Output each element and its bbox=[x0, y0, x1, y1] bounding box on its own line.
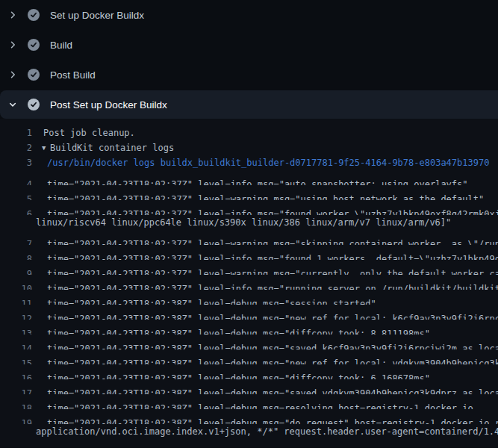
log-line: 9 time="2021-04-23T18:02:37Z" level=warn… bbox=[0, 260, 498, 275]
log-line: 8 time="2021-04-23T18:02:37Z" level=info… bbox=[0, 245, 498, 260]
log-line: 6 time="2021-04-23T18:02:37Z" level=info… bbox=[0, 200, 498, 215]
line-number[interactable]: 19 bbox=[0, 416, 32, 424]
log-text: time="2021-04-23T18:02:37Z" level=info m… bbox=[47, 207, 498, 215]
log-line: 1 Post job cleanup. bbox=[0, 125, 498, 140]
line-number[interactable]: 20 bbox=[0, 446, 32, 447]
chevron-right-icon bbox=[7, 69, 18, 80]
log-text: time="2021-04-23T18:02:38Z" level=debug … bbox=[47, 446, 498, 447]
log-line: 4 time="2021-04-23T18:02:37Z" level=info… bbox=[0, 170, 498, 185]
log-text: linux/riscv64 linux/ppc64le linux/s390x … bbox=[36, 215, 451, 230]
log-line: 18 time="2021-04-23T18:02:38Z" level=deb… bbox=[0, 394, 498, 409]
step-label: Build bbox=[50, 40, 72, 51]
chevron-down-icon bbox=[7, 99, 18, 110]
step-header-post-set-up-docker-buildx[interactable]: Post Set up Docker Buildx bbox=[0, 90, 498, 119]
log-line: 19 time="2021-04-23T18:02:38Z" level=deb… bbox=[0, 409, 498, 424]
step-header-build[interactable]: Build bbox=[0, 30, 498, 60]
log-text: /usr/bin/docker logs buildx_buildkit_bui… bbox=[47, 155, 489, 170]
log-line: 16 time="2021-04-23T18:02:38Z" level=deb… bbox=[0, 364, 498, 379]
line-number[interactable]: 9 bbox=[0, 267, 32, 275]
step-label: Set up Docker Buildx bbox=[50, 10, 144, 21]
log-text: time="2021-04-23T18:02:38Z" level=debug … bbox=[47, 296, 376, 305]
line-number[interactable]: 17 bbox=[0, 386, 32, 394]
log-text: time="2021-04-23T18:02:37Z" level=info m… bbox=[47, 252, 498, 260]
log-text: time="2021-04-23T18:02:37Z" level=warnin… bbox=[47, 237, 498, 245]
line-number bbox=[0, 215, 32, 230]
line-number[interactable]: 14 bbox=[0, 341, 32, 349]
line-number[interactable]: 2 bbox=[0, 140, 32, 155]
log-text: application/vnd.oci.image.index.v1+json,… bbox=[36, 424, 498, 439]
log-line: 14 time="2021-04-23T18:02:38Z" level=deb… bbox=[0, 335, 498, 349]
step-header-set-up-docker-buildx[interactable]: Set up Docker Buildx bbox=[0, 0, 498, 30]
line-number[interactable]: 8 bbox=[0, 252, 32, 260]
log-line: 13 time="2021-04-23T18:02:38Z" level=deb… bbox=[0, 320, 498, 335]
log-line: 15 time="2021-04-23T18:02:38Z" level=deb… bbox=[0, 349, 498, 364]
line-number[interactable]: 3 bbox=[0, 155, 32, 170]
log-text: time="2021-04-23T18:02:38Z" level=debug … bbox=[47, 341, 498, 349]
log-text: time="2021-04-23T18:02:38Z" level=debug … bbox=[47, 356, 498, 364]
line-number[interactable]: 5 bbox=[0, 192, 32, 200]
line-number[interactable]: 1 bbox=[0, 125, 32, 140]
line-number[interactable]: 15 bbox=[0, 356, 32, 364]
log-line: 17 time="2021-04-23T18:02:38Z" level=deb… bbox=[0, 379, 498, 394]
check-circle-icon bbox=[28, 9, 40, 21]
log-text: time="2021-04-23T18:02:38Z" level=debug … bbox=[47, 386, 498, 394]
log-line: 12 time="2021-04-23T18:02:38Z" level=deb… bbox=[0, 305, 498, 320]
check-circle-icon bbox=[28, 99, 40, 111]
check-circle-icon bbox=[28, 69, 40, 81]
log-line: 20 time="2021-04-23T18:02:38Z" level=deb… bbox=[0, 439, 498, 447]
chevron-right-icon bbox=[7, 10, 18, 20]
log-text: time="2021-04-23T18:02:37Z" level=warnin… bbox=[47, 267, 498, 275]
log-text: time="2021-04-23T18:02:38Z" level=debug … bbox=[47, 326, 430, 335]
chevron-right-icon bbox=[7, 40, 18, 50]
log-text: time="2021-04-23T18:02:37Z" level=warnin… bbox=[47, 192, 484, 200]
log-line: 5 time="2021-04-23T18:02:37Z" level=warn… bbox=[0, 185, 498, 200]
log-text: BuildKit container logs bbox=[50, 140, 174, 155]
line-number[interactable]: 16 bbox=[0, 371, 32, 379]
log-command-line: 3 /usr/bin/docker logs buildx_buildkit_b… bbox=[0, 155, 498, 170]
line-number[interactable]: 10 bbox=[0, 281, 32, 290]
line-number[interactable]: 18 bbox=[0, 401, 32, 409]
steps-list: Set up Docker Buildx Build P bbox=[0, 0, 498, 119]
log-line: application/vnd.oci.image.index.v1+json,… bbox=[0, 424, 498, 439]
line-number[interactable]: 12 bbox=[0, 311, 32, 320]
line-number[interactable]: 4 bbox=[0, 177, 32, 185]
log-text: time="2021-04-23T18:02:37Z" level=info m… bbox=[47, 281, 498, 290]
log-text: time="2021-04-23T18:02:38Z" level=debug … bbox=[47, 371, 430, 379]
line-number[interactable]: 7 bbox=[0, 237, 32, 245]
log-line: linux/riscv64 linux/ppc64le linux/s390x … bbox=[0, 215, 498, 230]
line-number[interactable]: 13 bbox=[0, 326, 32, 335]
log-line: 7 time="2021-04-23T18:02:37Z" level=warn… bbox=[0, 230, 498, 245]
line-number bbox=[0, 424, 32, 439]
log-text: time="2021-04-23T18:02:37Z" level=info m… bbox=[47, 177, 468, 185]
log-text: time="2021-04-23T18:02:38Z" level=debug … bbox=[47, 416, 498, 424]
log-line: 10 time="2021-04-23T18:02:37Z" level=inf… bbox=[0, 275, 498, 290]
log-text: Post job cleanup. bbox=[43, 125, 135, 140]
group-collapse-triangle-icon[interactable]: ▼ bbox=[42, 140, 50, 155]
log-text: time="2021-04-23T18:02:38Z" level=debug … bbox=[47, 401, 473, 409]
step-label: Post Build bbox=[50, 69, 96, 81]
log-text: time="2021-04-23T18:02:38Z" level=debug … bbox=[47, 311, 498, 320]
step-label: Post Set up Docker Buildx bbox=[50, 99, 167, 111]
line-number[interactable]: 6 bbox=[0, 207, 32, 215]
log-line: 11 time="2021-04-23T18:02:38Z" level=deb… bbox=[0, 290, 498, 305]
log-group-header[interactable]: 2 ▼BuildKit container logs bbox=[0, 140, 498, 155]
check-circle-icon bbox=[28, 39, 40, 51]
line-number[interactable]: 11 bbox=[0, 296, 32, 305]
step-header-post-build[interactable]: Post Build bbox=[0, 60, 498, 90]
log-panel: 1 Post job cleanup. 2 ▼BuildKit containe… bbox=[0, 119, 498, 447]
